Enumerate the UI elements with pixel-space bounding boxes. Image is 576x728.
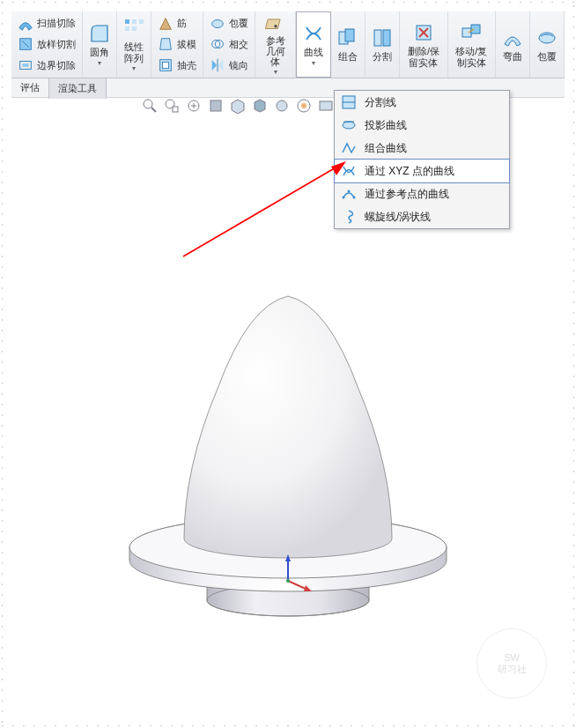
svg-rect-18 (374, 30, 381, 46)
section-view-icon[interactable] (208, 98, 224, 114)
mirror-button[interactable]: 镜向 (207, 56, 251, 75)
tab-evaluate[interactable]: 评估 (11, 78, 48, 98)
fillet-button[interactable]: 圆角▾ (83, 11, 117, 78)
boundary-cut-button[interactable]: 边界切除 (15, 56, 78, 75)
reference-geometry-button[interactable]: 参考几何体▾ (255, 11, 296, 78)
svg-rect-31 (210, 100, 221, 111)
delete-keep-body-button[interactable]: 删除/保留实体 (400, 11, 447, 78)
draft-button[interactable]: 拔模 (155, 34, 199, 54)
svg-rect-29 (173, 107, 178, 112)
wrap-button[interactable]: 包覆 (207, 14, 251, 33)
svg-point-10 (212, 19, 224, 27)
svg-point-15 (274, 25, 277, 27)
display-style-icon[interactable] (252, 98, 268, 114)
ribbon-toolbar: 扫描切除 放样切割 边界切除 圆角▾ 线性阵列▾ 筋 拔模 抽壳 包覆 相交 镜… (11, 11, 565, 78)
svg-rect-3 (125, 19, 129, 24)
svg-point-50 (353, 197, 356, 199)
zoom-previous-icon[interactable] (186, 98, 202, 114)
tab-render-tools[interactable]: 渲染工具 (48, 78, 107, 99)
svg-rect-14 (265, 19, 280, 28)
split-line-item[interactable]: 分割线 (335, 91, 509, 114)
svg-point-49 (348, 190, 351, 193)
svg-rect-24 (471, 25, 480, 33)
view-orientation-icon[interactable] (230, 98, 246, 114)
svg-rect-2 (22, 63, 28, 67)
view-toolbar (142, 98, 356, 114)
svg-rect-9 (163, 63, 169, 69)
svg-line-27 (151, 108, 156, 112)
svg-point-26 (144, 100, 152, 108)
curves-button[interactable]: 曲线▾ (296, 11, 331, 78)
curves-dropdown-menu: 分割线 投影曲线 组合曲线 通过 XYZ 点的曲线 通过参考点的曲线 螺旋线/涡… (334, 90, 510, 229)
svg-point-34 (301, 103, 306, 108)
svg-point-44 (286, 579, 290, 583)
rib-button[interactable]: 筋 (155, 14, 199, 33)
move-copy-body-button[interactable]: 移动/复制实体 (448, 11, 496, 78)
svg-rect-35 (320, 101, 332, 110)
apply-scene-icon[interactable] (318, 98, 334, 114)
composite-curve-item[interactable]: 组合曲线 (335, 137, 509, 160)
curve-through-reference-item[interactable]: 通过参考点的曲线 (335, 182, 509, 205)
flex-button[interactable]: 弯曲 (496, 11, 530, 78)
split-button[interactable]: 分割 (366, 11, 400, 78)
shell-button[interactable]: 抽壳 (155, 56, 199, 75)
swept-cut-button[interactable]: 扫描切除 (15, 14, 78, 33)
edit-appearance-icon[interactable] (296, 98, 312, 114)
linear-pattern-button[interactable]: 线性阵列▾ (117, 11, 151, 78)
svg-rect-19 (383, 30, 390, 46)
svg-rect-5 (139, 19, 144, 24)
combine-button[interactable]: 组合 (331, 11, 366, 78)
project-curve-item[interactable]: 投影曲线 (335, 114, 509, 137)
svg-rect-17 (345, 29, 354, 41)
curve-through-xyz-item[interactable]: 通过 XYZ 点的曲线 (334, 159, 510, 183)
svg-rect-6 (125, 26, 129, 31)
zoom-fit-icon[interactable] (142, 98, 158, 114)
svg-point-48 (343, 197, 345, 199)
svg-rect-7 (132, 26, 137, 31)
intersect-button[interactable]: 相交 (207, 34, 251, 54)
svg-point-32 (277, 100, 287, 111)
svg-rect-23 (462, 28, 471, 37)
helix-spiral-item[interactable]: 螺旋线/涡状线 (335, 205, 509, 228)
zoom-area-icon[interactable] (164, 98, 180, 114)
svg-rect-4 (132, 19, 137, 24)
wrap2-button[interactable]: 包覆 (530, 11, 565, 78)
watermark: SW研习社 (476, 628, 547, 699)
svg-point-47 (343, 122, 355, 129)
loft-cut-button[interactable]: 放样切割 (15, 34, 78, 54)
model-render (103, 265, 473, 644)
hide-show-icon[interactable] (274, 98, 290, 114)
